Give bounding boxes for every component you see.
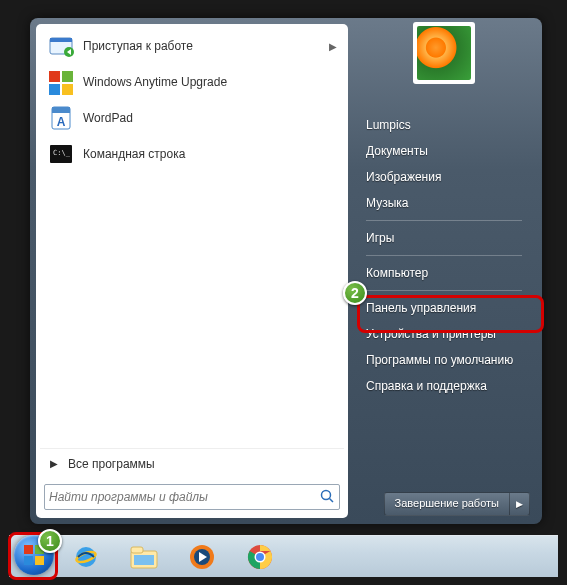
taskbar: [9, 535, 558, 577]
all-programs-button[interactable]: ▶ Все программы: [40, 448, 344, 478]
svg-point-12: [322, 490, 331, 499]
triangle-right-icon: ▶: [50, 458, 58, 469]
shutdown-row: Завершение работы ▶: [352, 488, 536, 518]
svg-rect-27: [35, 556, 44, 565]
svg-rect-1: [50, 38, 72, 42]
program-cmd[interactable]: C:\_ Командная строка: [40, 136, 344, 172]
place-documents[interactable]: Документы: [358, 138, 530, 164]
svg-rect-3: [49, 71, 60, 82]
place-user-folder[interactable]: Lumpics: [358, 112, 530, 138]
taskbar-ie[interactable]: [59, 540, 113, 574]
chevron-right-icon: ▶: [329, 41, 337, 52]
place-music[interactable]: Музыка: [358, 190, 530, 216]
program-label: Приступая к работе: [83, 39, 329, 53]
place-games[interactable]: Игры: [358, 225, 530, 251]
places-panel: Lumpics Документы Изображения Музыка Игр…: [352, 24, 536, 518]
place-pictures[interactable]: Изображения: [358, 164, 530, 190]
place-control-panel[interactable]: Панель управления: [358, 295, 530, 321]
place-help[interactable]: Справка и поддержка: [358, 373, 530, 399]
separator: [366, 290, 522, 291]
user-picture: [417, 26, 471, 80]
user-picture-frame[interactable]: [413, 22, 475, 84]
svg-rect-5: [49, 84, 60, 95]
start-menu: Приступая к работе ▶ Windows Anytime Upg…: [30, 18, 542, 524]
places-list: Lumpics Документы Изображения Музыка Игр…: [352, 112, 536, 488]
shutdown-button[interactable]: Завершение работы ▶: [384, 492, 530, 516]
recent-programs-list: Приступая к работе ▶ Windows Anytime Upg…: [40, 28, 344, 448]
all-programs-label: Все программы: [68, 457, 155, 471]
shutdown-label: Завершение работы: [385, 493, 509, 515]
cmd-icon: C:\_: [47, 140, 75, 168]
svg-point-23: [256, 553, 264, 561]
program-getting-started[interactable]: Приступая к работе ▶: [40, 28, 344, 64]
taskbar-explorer[interactable]: [117, 540, 171, 574]
svg-text:C:\_: C:\_: [53, 149, 71, 157]
program-label: Windows Anytime Upgrade: [83, 75, 337, 89]
program-label: Командная строка: [83, 147, 337, 161]
place-default-programs[interactable]: Программы по умолчанию: [358, 347, 530, 373]
taskbar-media-player[interactable]: [175, 540, 229, 574]
separator: [366, 220, 522, 221]
getting-started-icon: [47, 32, 75, 60]
svg-rect-26: [24, 556, 33, 565]
svg-text:A: A: [57, 115, 66, 129]
svg-rect-24: [24, 545, 33, 554]
start-button[interactable]: [14, 535, 54, 575]
svg-rect-8: [52, 107, 70, 113]
program-label: WordPad: [83, 111, 337, 125]
svg-line-13: [330, 498, 334, 502]
search-box[interactable]: [44, 484, 340, 510]
shutdown-options-arrow[interactable]: ▶: [509, 493, 529, 515]
svg-rect-18: [134, 555, 154, 565]
search-input[interactable]: [49, 490, 319, 504]
separator: [366, 255, 522, 256]
place-computer[interactable]: Компьютер: [358, 260, 530, 286]
place-devices-printers[interactable]: Устройства и принтеры: [358, 321, 530, 347]
anytime-upgrade-icon: [47, 68, 75, 96]
svg-rect-25: [35, 545, 44, 554]
program-wordpad[interactable]: A WordPad: [40, 100, 344, 136]
svg-rect-17: [131, 547, 143, 553]
program-anytime-upgrade[interactable]: Windows Anytime Upgrade: [40, 64, 344, 100]
programs-panel: Приступая к работе ▶ Windows Anytime Upg…: [36, 24, 348, 518]
taskbar-chrome[interactable]: [233, 540, 287, 574]
svg-rect-4: [62, 71, 73, 82]
search-icon[interactable]: [319, 488, 335, 507]
wordpad-icon: A: [47, 104, 75, 132]
svg-rect-6: [62, 84, 73, 95]
